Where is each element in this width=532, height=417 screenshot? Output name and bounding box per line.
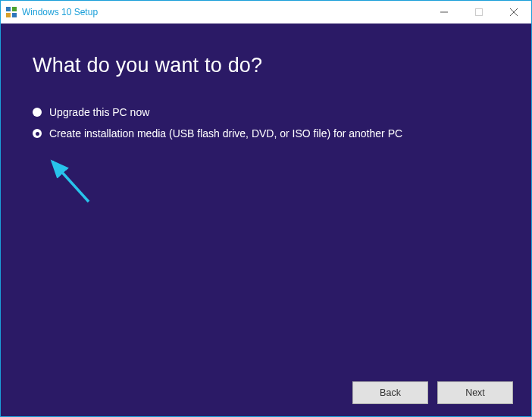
svg-rect-1 — [12, 7, 17, 11]
page-heading: What do you want to do? — [33, 54, 499, 77]
app-icon — [5, 6, 17, 18]
back-button[interactable]: Back — [352, 381, 428, 404]
window-title: Windows 10 Setup — [22, 7, 427, 17]
setup-window: Windows 10 Setup What do you want to do?… — [0, 0, 532, 417]
radio-icon — [33, 108, 42, 117]
minimize-button[interactable] — [427, 1, 462, 24]
svg-rect-3 — [12, 13, 17, 17]
annotation-arrow-icon — [43, 152, 104, 213]
option-label: Upgrade this PC now — [49, 106, 149, 118]
content-area: What do you want to do? Upgrade this PC … — [1, 24, 531, 369]
titlebar: Windows 10 Setup — [1, 1, 531, 24]
close-button[interactable] — [496, 1, 531, 24]
maximize-button — [462, 1, 496, 24]
svg-rect-5 — [476, 9, 483, 16]
window-controls — [427, 1, 531, 24]
option-upgrade[interactable]: Upgrade this PC now — [33, 106, 499, 118]
svg-line-9 — [52, 161, 89, 202]
option-label: Create installation media (USB flash dri… — [49, 127, 402, 140]
option-create-media[interactable]: Create installation media (USB flash dri… — [33, 127, 499, 140]
footer: Back Next — [1, 369, 531, 416]
svg-rect-0 — [6, 7, 11, 11]
svg-rect-2 — [6, 13, 11, 17]
options-radio-group: Upgrade this PC now Create installation … — [33, 106, 499, 140]
radio-icon — [33, 129, 42, 138]
next-button[interactable]: Next — [437, 381, 513, 404]
